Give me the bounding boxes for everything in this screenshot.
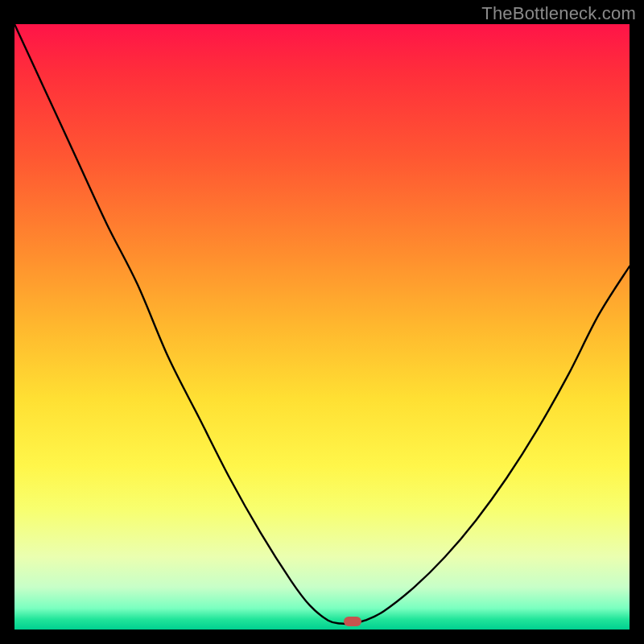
bottleneck-curve [14,24,630,630]
curve-path [14,24,630,624]
watermark: TheBottleneck.com [481,3,636,24]
plot-area [14,24,630,630]
optimal-point-marker [344,617,361,626]
chart-container: TheBottleneck.com [0,0,644,644]
